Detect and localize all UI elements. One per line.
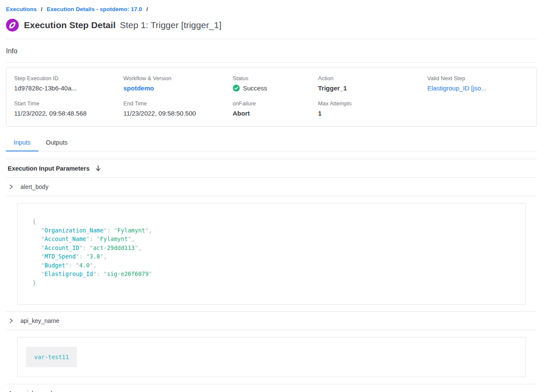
api-key-name-value-box: var-test11: [17, 337, 526, 377]
info-field-onfailure: onFailure Abort: [233, 100, 318, 117]
api-key-name-content-wrap: var-test11: [6, 330, 537, 384]
json-entry: Budget4.0: [32, 261, 519, 270]
json-entry: MTD_Spend3.8: [32, 252, 519, 261]
info-field-start-time: Start Time 11/23/2022, 09:58:48.568: [14, 100, 123, 117]
success-check-icon: [233, 84, 240, 92]
json-entry: Account_IDact-29ddd113: [32, 244, 519, 253]
breadcrumb: Executions / Execution Details - spotdem…: [6, 0, 537, 12]
alert-body-json-viewer: Organization_NameFylamynt Account_NameFy…: [17, 203, 526, 305]
field-label: Status: [233, 75, 318, 81]
field-label: End Time: [123, 100, 233, 107]
tab-inputs[interactable]: Inputs: [6, 134, 38, 151]
section-header-api-key-name[interactable]: api_key_name: [6, 312, 537, 330]
info-field-step-execution-id: Step Execution ID 1d97828c-13b6-40a...: [14, 75, 123, 92]
field-label: Max Attempts: [318, 100, 427, 107]
info-field-action: Action Trigger_1: [318, 75, 427, 92]
start-time-value: 11/23/2022, 09:58:48.568: [14, 110, 123, 117]
alert-body-content-wrap: Organization_NameFylamynt Account_NameFy…: [6, 196, 537, 312]
end-time-value: 11/23/2022, 09:58:50.500: [123, 110, 233, 117]
info-field-workflow-version: Workflow & Version spotdemo: [123, 75, 233, 92]
field-label: Workflow & Version: [123, 75, 233, 81]
breadcrumb-execution-details[interactable]: Execution Details - spotdemo: 17.0: [47, 6, 142, 12]
section-name-api-key-value: api_key_value: [20, 390, 59, 392]
page-title: Execution Step Detail: [24, 20, 116, 30]
json-entry: Elastigroup_Idsig-e26f6079: [32, 270, 519, 279]
breadcrumb-separator: /: [146, 6, 148, 12]
info-field-empty: [427, 100, 529, 117]
params-title: Execution Input Parameters: [8, 165, 90, 172]
execution-input-parameters-header: Execution Input Parameters: [6, 159, 537, 178]
info-section-title: Info: [6, 47, 537, 55]
tab-outputs[interactable]: Outputs: [38, 134, 76, 151]
workflow-version-link[interactable]: spotdemo: [123, 84, 233, 92]
step-execution-id-value: 1d97828c-13b6-40a...: [14, 84, 123, 92]
info-field-valid-next-step: Valid Next Step Elastigroup_ID [jso...: [427, 75, 529, 92]
header-divider: [6, 39, 537, 39]
chevron-right-icon: [9, 390, 14, 392]
info-divider: [6, 62, 537, 63]
json-open-brace: [32, 217, 519, 226]
info-card: Step Execution ID 1d97828c-13b6-40a... W…: [6, 67, 537, 127]
info-field-status: Status Success: [233, 75, 318, 92]
info-field-end-time: End Time 11/23/2022, 09:58:50.500: [123, 100, 233, 117]
tab-bar: Inputs Outputs: [6, 134, 537, 151]
section-name-alert-body: alert_body: [20, 183, 48, 190]
valid-next-step-link[interactable]: Elastigroup_ID [jso...: [427, 84, 529, 92]
breadcrumb-executions[interactable]: Executions: [6, 6, 37, 12]
field-label: onFailure: [233, 100, 318, 107]
breadcrumb-separator: /: [41, 6, 43, 12]
field-label: Start Time: [14, 100, 123, 107]
page-header: Execution Step Detail Step 1: Trigger [t…: [6, 19, 537, 32]
json-close-brace: [32, 279, 519, 287]
section-header-api-key-value[interactable]: api_key_value: [6, 384, 537, 392]
status-value: Success: [243, 84, 267, 92]
api-key-name-value: var-test11: [26, 347, 77, 367]
field-label: Action: [318, 75, 427, 81]
chevron-right-icon: [9, 184, 14, 190]
chevron-right-icon: [9, 318, 14, 324]
max-attempts-value: 1: [318, 110, 427, 117]
field-label: Valid Next Step: [427, 75, 529, 81]
json-entry: Organization_NameFylamynt: [32, 226, 519, 235]
execution-step-detail-page: Executions / Execution Details - spotdem…: [0, 0, 543, 392]
action-value: Trigger_1: [318, 84, 427, 92]
page-subtitle: Step 1: Trigger [trigger_1]: [120, 20, 222, 30]
arrow-down-icon[interactable]: [95, 165, 102, 172]
json-entry: Account_NameFylamynt: [32, 235, 519, 244]
workflow-logo-icon: [6, 19, 19, 32]
field-label: Step Execution ID: [14, 75, 123, 81]
section-header-alert-body[interactable]: alert_body: [6, 178, 537, 196]
info-field-max-attempts: Max Attempts 1: [318, 100, 427, 117]
section-name-api-key-name: api_key_name: [20, 317, 59, 324]
onfailure-value: Abort: [233, 110, 318, 117]
